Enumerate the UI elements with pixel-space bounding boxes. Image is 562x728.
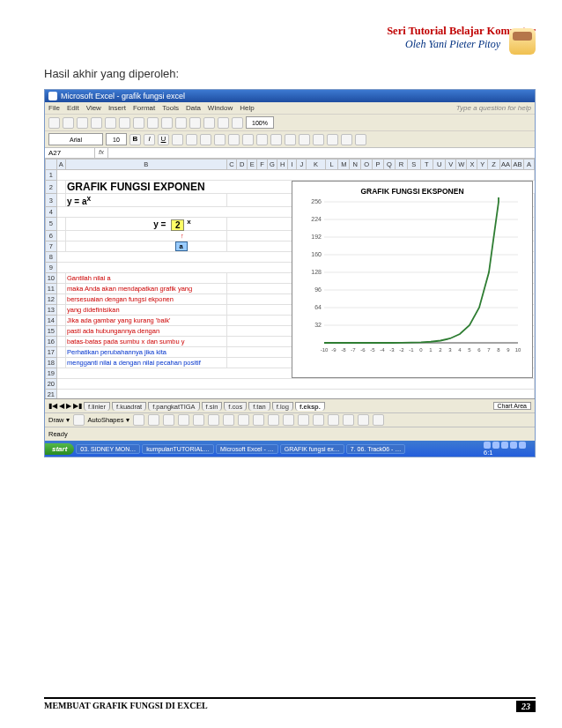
taskbar-item[interactable]: kumpulanTUTORIAL… (142, 444, 214, 454)
fx-icon[interactable]: fx (95, 148, 108, 158)
row-header[interactable]: 11 (46, 283, 57, 293)
row-header[interactable]: 9 (46, 262, 57, 272)
fill-button[interactable] (268, 414, 279, 426)
picture-button[interactable] (253, 414, 264, 426)
row-header[interactable]: 1 (46, 170, 57, 181)
menu-format[interactable]: Format (133, 104, 155, 112)
3d-button[interactable] (373, 414, 384, 426)
sort-asc-button[interactable] (203, 117, 215, 129)
sheet-tab-active[interactable]: f.eksp. (295, 402, 325, 411)
row-header[interactable]: 12 (46, 293, 57, 304)
menu-data[interactable]: Data (186, 104, 201, 112)
tab-nav-last-icon[interactable]: ▶▮ (73, 402, 82, 410)
sort-desc-button[interactable] (218, 117, 229, 129)
tab-nav-next-icon[interactable]: ▶ (66, 402, 71, 410)
tab-nav-first-icon[interactable]: ▮◀ (48, 402, 57, 410)
sheet-tab[interactable]: f.sin (202, 402, 223, 411)
align-right-button[interactable] (200, 134, 211, 145)
col-header[interactable]: AB (512, 160, 524, 170)
formula-bar[interactable] (108, 148, 535, 158)
chart-button[interactable] (232, 117, 243, 129)
open-button[interactable] (63, 117, 74, 129)
row-header[interactable]: 5 (46, 218, 57, 230)
col-header[interactable]: N (350, 160, 361, 170)
cut-button[interactable] (133, 117, 144, 129)
wordart-button[interactable] (208, 414, 219, 426)
col-header[interactable]: G (267, 160, 277, 170)
fill-color-button[interactable] (341, 134, 352, 145)
row-header[interactable]: 18 (46, 357, 57, 368)
col-header[interactable]: I (288, 160, 297, 170)
new-button[interactable] (48, 117, 60, 129)
col-header[interactable]: Y (477, 160, 488, 170)
col-header[interactable]: A (56, 160, 65, 170)
redo-button[interactable] (189, 117, 201, 129)
inc-decimal-button[interactable] (270, 134, 282, 145)
sheet-tab[interactable]: f.tan (248, 402, 270, 411)
col-header[interactable]: E (247, 160, 256, 170)
row-header[interactable]: 15 (46, 325, 57, 336)
row-header[interactable]: 8 (46, 251, 57, 262)
select-all-corner[interactable] (46, 160, 57, 170)
col-header[interactable]: U (433, 160, 445, 170)
taskbar-item[interactable]: GRAFIK fungsi ex… (280, 444, 344, 454)
col-header[interactable]: T (420, 160, 433, 170)
print-button[interactable] (91, 117, 102, 129)
menubar[interactable]: File Edit View Insert Format Tools Data … (45, 102, 535, 114)
dec-decimal-button[interactable] (285, 134, 296, 145)
col-header[interactable]: M (338, 160, 350, 170)
draw-menu[interactable]: Draw ▾ (48, 416, 70, 424)
col-header[interactable]: Q (383, 160, 395, 170)
menu-view[interactable]: View (86, 104, 101, 112)
dash-style-button[interactable] (328, 414, 339, 426)
row-header[interactable]: 19 (46, 368, 57, 378)
menu-edit[interactable]: Edit (67, 104, 79, 112)
oval-button[interactable] (178, 414, 189, 426)
percent-button[interactable] (242, 134, 254, 145)
sheet-tab[interactable]: f.log (272, 402, 293, 411)
underline-button[interactable]: U (158, 134, 169, 145)
menu-insert[interactable]: Insert (108, 104, 126, 112)
row-header[interactable]: 7 (46, 241, 57, 251)
row-header[interactable]: 3 (46, 194, 57, 207)
shadow-button[interactable] (358, 414, 369, 426)
indent-dec-button[interactable] (299, 134, 310, 145)
sheet-tab[interactable]: f.linier (84, 402, 110, 411)
col-header[interactable]: W (456, 160, 467, 170)
col-header[interactable]: AA (499, 160, 512, 170)
sheet-tab[interactable]: f.pangkatTIGA (148, 402, 199, 411)
spell-button[interactable] (119, 117, 130, 129)
zoom-select[interactable]: 100% (246, 116, 274, 129)
font-name-select[interactable]: Arial (48, 133, 103, 145)
col-header[interactable]: H (277, 160, 288, 170)
comma-button[interactable] (256, 134, 268, 145)
row-header[interactable]: 2 (46, 181, 57, 194)
col-header[interactable]: R (395, 160, 407, 170)
align-center-button[interactable] (186, 134, 197, 145)
row-header[interactable]: 13 (46, 304, 57, 315)
merge-button[interactable] (214, 134, 226, 145)
taskbar-item[interactable]: Microsoft Excel - … (216, 444, 278, 454)
row-header[interactable]: 14 (46, 315, 57, 325)
font-color-button[interactable] (298, 414, 309, 426)
col-header[interactable]: K (307, 160, 326, 170)
textbox-button[interactable] (193, 414, 204, 426)
row-header[interactable]: 21 (46, 389, 57, 398)
menu-tools[interactable]: Tools (162, 104, 179, 112)
font-color-button[interactable] (355, 134, 366, 145)
autoshapes-menu[interactable]: AutoShapes ▾ (88, 416, 129, 424)
undo-button[interactable] (175, 117, 187, 129)
col-header[interactable]: C (226, 160, 237, 170)
col-header[interactable]: V (446, 160, 456, 170)
col-header[interactable]: O (361, 160, 373, 170)
row-header[interactable]: 10 (46, 272, 57, 283)
sheet-tab[interactable]: f.cos (224, 402, 247, 411)
diagram-button[interactable] (223, 414, 234, 426)
embedded-chart[interactable]: GRAFIK FUNGSI EKSPONEN (292, 181, 533, 378)
clipart-button[interactable] (238, 414, 249, 426)
italic-button[interactable]: I (144, 134, 155, 145)
row-header[interactable]: 20 (46, 378, 57, 389)
col-header[interactable]: Z (488, 160, 500, 170)
menu-file[interactable]: File (48, 104, 60, 112)
col-header[interactable]: X (467, 160, 477, 170)
